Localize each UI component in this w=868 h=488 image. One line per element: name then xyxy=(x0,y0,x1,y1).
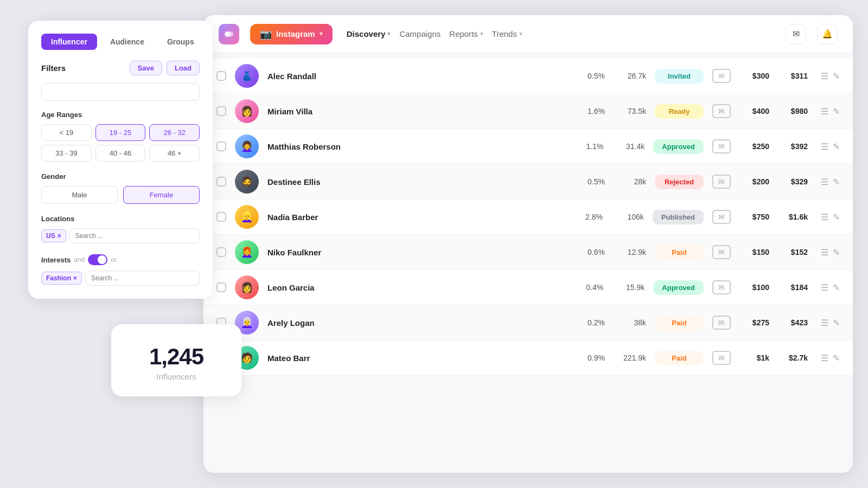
influencer-count: 1,245 xyxy=(127,344,225,370)
engagement-rate: 0.2% xyxy=(572,318,605,327)
price-2: $392 xyxy=(778,142,808,151)
status-badge: Paid xyxy=(655,351,704,365)
message-icon-button[interactable]: ✉ xyxy=(712,139,731,153)
gender-row: Male Female xyxy=(41,186,200,204)
avatar: 👩 xyxy=(235,275,259,299)
row-checkbox-5[interactable] xyxy=(216,247,226,257)
discovery-chevron-icon: ▾ xyxy=(387,30,391,37)
engagement-rate: 0.6% xyxy=(572,248,605,256)
row-checkbox-2[interactable] xyxy=(216,142,226,151)
price-2: $329 xyxy=(778,177,808,186)
main-nav: Discovery ▾ Campaigns Reports ▾ Trends ▾ xyxy=(343,29,526,38)
age-btn-19-25[interactable]: 19 - 25 xyxy=(95,124,146,141)
avatar: 👩‍🦱 xyxy=(235,134,259,158)
filter-search-input[interactable] xyxy=(41,83,200,101)
notification-icon-button[interactable]: 🔔 xyxy=(817,24,838,44)
engagement-rate: 0.4% xyxy=(571,283,603,292)
edit-icon[interactable]: ✎ xyxy=(833,142,840,152)
age-ranges-grid: < 19 19 - 25 26 - 32 33 - 39 40 - 46 46 … xyxy=(41,124,200,162)
bell-icon: 🔔 xyxy=(822,29,833,39)
row-checkbox-1[interactable] xyxy=(216,106,226,116)
list-icon[interactable]: ☰ xyxy=(821,247,828,258)
edit-icon[interactable]: ✎ xyxy=(833,353,840,363)
follower-count: 26.7k xyxy=(614,72,646,80)
age-btn-under19[interactable]: < 19 xyxy=(41,124,92,141)
list-icon[interactable]: ☰ xyxy=(821,177,828,187)
influencer-name: Nadia Barber xyxy=(267,213,561,222)
list-icon[interactable]: ☰ xyxy=(821,318,828,328)
price-2: $152 xyxy=(778,248,808,256)
mail-icon-button[interactable]: ✉ xyxy=(786,24,806,44)
age-btn-33-39[interactable]: 33 - 39 xyxy=(41,145,92,162)
age-btn-26-32[interactable]: 26 - 32 xyxy=(149,124,200,141)
message-icon-button[interactable]: ✉ xyxy=(712,351,731,365)
price-1: $100 xyxy=(739,283,769,292)
age-ranges-title: Age Ranges xyxy=(41,111,200,119)
list-icon[interactable]: ☰ xyxy=(821,142,828,152)
message-icon-button[interactable]: ✉ xyxy=(712,245,731,259)
message-icon-button[interactable]: ✉ xyxy=(712,104,731,118)
load-button[interactable]: Load xyxy=(167,61,200,75)
instagram-platform-button[interactable]: 📷 Instagram ▾ xyxy=(250,24,333,44)
edit-icon[interactable]: ✎ xyxy=(833,177,840,187)
avatar: 👗 xyxy=(235,64,259,88)
engagement-rate: 0.5% xyxy=(572,177,605,186)
tab-influencer[interactable]: Influencer xyxy=(41,34,97,50)
engagement-rate: 0.5% xyxy=(572,72,605,80)
tab-groups[interactable]: Groups xyxy=(157,34,204,50)
list-icon[interactable]: ☰ xyxy=(821,106,828,117)
avatar: 👩 xyxy=(235,99,259,123)
age-btn-46plus[interactable]: 46 + xyxy=(149,145,200,162)
list-icon[interactable]: ☰ xyxy=(821,212,828,222)
list-icon[interactable]: ☰ xyxy=(821,71,828,81)
edit-icon[interactable]: ✎ xyxy=(833,71,840,81)
status-badge: Rejected xyxy=(655,175,704,189)
edit-icon[interactable]: ✎ xyxy=(833,212,840,222)
gender-title: Gender xyxy=(41,172,200,181)
nav-reports[interactable]: Reports ▾ xyxy=(446,29,487,38)
interests-header: Interests and or xyxy=(41,254,200,265)
list-icon[interactable]: ☰ xyxy=(821,353,828,363)
age-btn-40-46[interactable]: 40 - 46 xyxy=(95,145,146,162)
save-button[interactable]: Save xyxy=(130,61,162,75)
row-actions: ☰ ✎ xyxy=(821,142,840,152)
price-1: $750 xyxy=(739,213,769,221)
message-icon-button[interactable]: ✉ xyxy=(712,280,731,294)
list-icon[interactable]: ☰ xyxy=(821,282,828,293)
row-actions: ☰ ✎ xyxy=(821,106,840,117)
message-icon-button[interactable]: ✉ xyxy=(712,316,731,330)
row-checkbox-6[interactable] xyxy=(216,282,226,292)
location-search-input[interactable] xyxy=(69,228,200,243)
edit-icon[interactable]: ✎ xyxy=(833,106,840,117)
gender-female[interactable]: Female xyxy=(123,186,200,204)
gender-male[interactable]: Male xyxy=(41,186,118,204)
nav-campaigns[interactable]: Campaigns xyxy=(396,29,444,38)
price-1: $1k xyxy=(739,354,769,362)
tab-audience[interactable]: Audience xyxy=(100,34,154,50)
influencer-name: Niko Faulkner xyxy=(267,248,564,257)
message-icon-button[interactable]: ✉ xyxy=(712,69,731,83)
price-2: $1.6k xyxy=(778,213,808,221)
row-checkbox-0[interactable] xyxy=(216,71,226,81)
status-badge: Paid xyxy=(655,316,704,330)
price-1: $150 xyxy=(739,248,769,256)
edit-icon[interactable]: ✎ xyxy=(833,318,840,328)
message-icon-button[interactable]: ✉ xyxy=(712,210,731,224)
message-icon-button[interactable]: ✉ xyxy=(712,175,731,189)
row-checkbox-4[interactable] xyxy=(216,212,226,222)
interest-tag-remove[interactable]: × xyxy=(73,274,77,282)
avatar: 👩‍🦰 xyxy=(235,240,259,264)
price-2: $423 xyxy=(778,318,808,327)
nav-discovery[interactable]: Discovery ▾ xyxy=(343,29,394,38)
status-badge: Approved xyxy=(653,139,704,154)
row-actions: ☰ ✎ xyxy=(821,71,840,81)
interests-toggle[interactable] xyxy=(88,254,107,265)
price-2: $2.7k xyxy=(778,354,808,362)
price-1: $250 xyxy=(739,142,769,151)
interest-search-input[interactable] xyxy=(85,271,200,286)
nav-trends[interactable]: Trends ▾ xyxy=(489,29,526,38)
row-checkbox-3[interactable] xyxy=(216,177,226,187)
edit-icon[interactable]: ✎ xyxy=(833,247,840,258)
location-tag-remove[interactable]: × xyxy=(58,232,61,240)
edit-icon[interactable]: ✎ xyxy=(833,282,840,293)
